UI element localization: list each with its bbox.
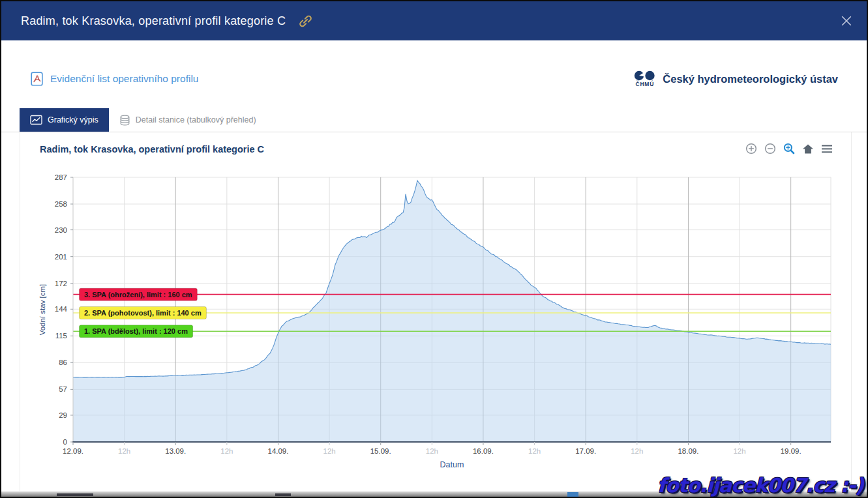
x-tick-label-date: 12.09. [63,447,83,455]
truncated-bottom-row [1,491,867,497]
threshold-label: 2. SPA (pohotovost), limit : 140 cm [80,306,207,319]
x-tick-label-12h: 12h [323,447,336,455]
y-tick-label: 86 [59,359,67,366]
x-tick-label-date: 16.09. [473,447,494,455]
y-axis-title: Vodní stav [cm] [38,284,46,336]
y-tick-label: 29 [59,411,67,419]
x-tick-label-date: 19.09. [781,447,801,455]
y-tick-label: 230 [55,226,67,234]
x-tick-label-12h: 12h [631,447,643,455]
x-tick-label-12h: 12h [426,447,438,455]
dialog-header: Radim, tok Krasovka, operativní profil k… [1,1,867,40]
pdf-link-label: Evidenční list operativního profilu [50,73,198,85]
chart-toolbar [745,143,833,154]
database-icon [119,115,130,126]
institute-block: ČHMÚ Český hydrometeorologický ústav [634,70,838,87]
dialog-title: Radim, tok Krasovka, operativní profil k… [21,14,286,28]
svg-text:2. SPA (pohotovost), limit : 1: 2. SPA (pohotovost), limit : 140 cm [84,309,202,317]
threshold-label: 3. SPA (ohrožení), limit : 160 cm [80,288,198,300]
close-icon[interactable] [838,12,855,29]
truncated-blue-cell [567,492,578,497]
chmu-abbr: ČHMÚ [635,81,654,87]
tab-graficky-vypis[interactable]: Grafický výpis [20,108,109,132]
x-tick-label-12h: 12h [528,447,541,455]
y-tick-label: 201 [55,253,67,261]
x-tick-label-12h: 12h [220,447,233,455]
institute-name: Český hydrometeorologický ústav [663,73,838,85]
chmu-logo-icon: ČHMÚ [634,70,655,87]
y-tick-label: 172 [55,280,67,287]
x-tick-label-date: 13.09. [165,447,186,455]
y-tick-label: 57 [59,385,67,393]
x-tick-label-12h: 12h [733,447,745,455]
tab-label: Grafický výpis [48,115,98,124]
x-tick-label-date: 18.09. [678,447,698,455]
threshold-label: 1. SPA (bdělost), limit : 120 cm [80,325,193,338]
chart-title: Radim, tok Krasovka, operativní profil k… [40,144,264,154]
y-tick-label: 258 [55,200,67,208]
document-row: Evidenční list operativního profilu ČHMÚ… [1,60,867,98]
tab-detail-stanice[interactable]: Detail stanice (tabulkový přehled) [109,108,267,132]
water-level-chart[interactable]: 287258230201172144115865729012.09.12h13.… [20,161,852,478]
svg-text:3. SPA (ohrožení), limit : 160: 3. SPA (ohrožení), limit : 160 cm [84,291,192,299]
x-tick-label-date: 14.09. [267,447,288,455]
tab-bar: Grafický výpis Detail stanice (tabulkový… [1,108,867,132]
chart-icon [30,115,42,125]
y-tick-label: 144 [55,305,68,313]
zoom-select-icon[interactable] [783,143,795,154]
home-icon[interactable] [802,143,814,154]
y-tick-label: 287 [55,173,67,181]
menu-icon[interactable] [821,144,833,154]
pdf-document-link[interactable]: Evidenční list operativního profilu [31,72,198,86]
link-icon[interactable] [299,14,312,28]
svg-text:1. SPA (bdělost), limit : 120: 1. SPA (bdělost), limit : 120 cm [84,327,188,335]
x-axis-title: Datum [440,460,464,469]
y-tick-label: 115 [55,332,67,340]
x-tick-label-date: 15.09. [370,447,391,455]
x-tick-label-12h: 12h [118,447,130,455]
y-tick-label: 0 [63,438,67,446]
zoom-out-icon[interactable] [764,143,776,154]
tab-label: Detail stanice (tabulkový přehled) [136,115,256,124]
x-tick-label-date: 17.09. [575,447,596,455]
pdf-file-icon [31,72,43,86]
zoom-in-icon[interactable] [745,143,757,154]
chart-panel: Radim, tok Krasovka, operativní profil k… [20,132,852,492]
